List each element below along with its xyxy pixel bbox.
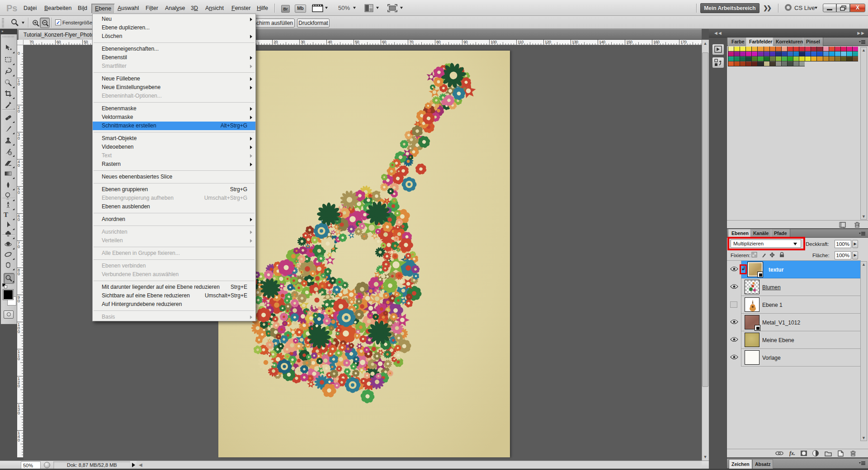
svg-text:fx.: fx.	[789, 450, 795, 456]
